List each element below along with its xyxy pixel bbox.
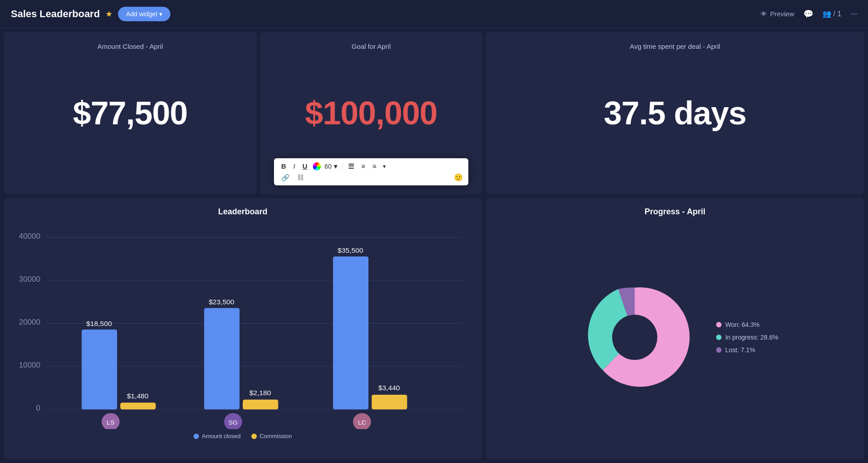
won-label: Won: 64.3% [725,321,760,328]
align-dropdown-icon: ▼ [382,164,387,169]
svg-text:Lisa Ceccato: Lisa Ceccato [341,428,382,429]
leaderboard-card: Leaderboard 0 10000 20000 30000 40000 [4,198,482,459]
svg-text:0: 0 [36,404,41,413]
pie-chart [571,274,698,401]
in-progress-dot [716,335,722,340]
leaderboard-title: Leaderboard [17,207,468,217]
svg-text:Lea Serfaty: Lea Serfaty [93,428,129,429]
svg-text:10000: 10000 [19,361,41,369]
italic-button[interactable]: I [292,162,297,170]
toolbar-row-2: 🔗 ⛓ 🙂 [279,173,463,182]
svg-text:$23,500: $23,500 [209,298,235,306]
align-button[interactable]: ≡ [371,162,378,170]
svg-point-25 [612,315,657,360]
bold-button[interactable]: B [279,162,288,170]
toolbar-row-1: B I U 60 ▼ ☰ ≡ ≡ ▼ [279,162,463,170]
eye-icon: 👁 [760,10,767,18]
goal-card: Goal for April $100,000 B I U 60 ▼ ☰ ≡ ≡… [260,32,482,194]
chart-area: 0 10000 20000 30000 40000 $18,500 $1,480 [17,220,468,429]
legend-won: Won: 64.3% [716,321,778,328]
svg-text:$35,500: $35,500 [338,246,363,254]
won-dot [716,322,722,327]
unlink-button[interactable]: ⛓ [295,173,306,182]
progress-title: Progress - April [496,207,854,217]
amount-closed-card: Amount Closed - April $77,500 [4,32,257,194]
legend-in-progress: In progress: 28.6% [716,334,778,341]
bar-chart: 0 10000 20000 30000 40000 $18,500 $1,480 [17,220,468,429]
bar-lisa-amount [333,256,368,409]
svg-text:20000: 20000 [19,318,41,326]
legend-commission-label: Commission [259,433,292,439]
avg-time-label: Avg time spent per deal - April [486,43,864,50]
star-icon[interactable]: ★ [105,9,113,19]
font-size-dropdown-icon: ▼ [332,163,339,170]
in-progress-label: In progress: 28.6% [725,334,778,341]
amount-closed-value: $77,500 [73,94,187,132]
header-left: Sales Leaderboard ★ Add widget ▾ [11,7,170,21]
preview-label: Preview [770,10,794,18]
toolbar-divider-1 [342,163,343,170]
chart-legend: Amount closed Commission [17,433,468,439]
svg-text:$1,480: $1,480 [127,392,149,400]
unordered-list-button[interactable]: ☰ [346,162,356,170]
page-title: Sales Leaderboard [11,8,100,20]
legend-amount-label: Amount closed [202,433,241,439]
bar-lea-amount [82,330,117,410]
legend-commission-dot [251,434,257,439]
underline-button[interactable]: U [301,162,309,170]
legend-amount-dot [193,434,199,439]
svg-text:SG: SG [228,419,238,426]
comment-icon[interactable]: 💬 [803,9,813,19]
people-icon: 👥 [822,10,831,18]
header: Sales Leaderboard ★ Add widget ▾ 👁 Previ… [0,0,868,28]
progress-card: Progress - April [486,198,864,459]
legend-commission: Commission [251,433,292,439]
rich-text-toolbar: B I U 60 ▼ ☰ ≡ ≡ ▼ 🔗 ⛓ 🙂 [274,158,468,185]
svg-text:$2,180: $2,180 [250,389,271,397]
pie-legend: Won: 64.3% In progress: 28.6% Lost: 7.1% [716,321,778,354]
svg-text:$3,440: $3,440 [378,384,400,392]
collab-count: / 1 [833,10,841,18]
lost-label: Lost: 7.1% [725,346,755,354]
font-size-selector[interactable]: 60 ▼ [325,163,339,170]
svg-text:30000: 30000 [19,275,41,283]
amount-closed-label: Amount Closed - April [4,43,257,50]
bar-shelly-amount [204,308,239,409]
goal-value: $100,000 [305,94,437,132]
avg-time-value: 37.5 days [604,94,746,132]
svg-text:LS: LS [107,419,114,426]
goal-label: Goal for April [260,43,482,50]
svg-text:$18,500: $18,500 [86,320,112,327]
add-widget-button[interactable]: Add widget ▾ [118,7,170,21]
bar-lisa-commission [372,395,407,410]
lost-dot [716,347,722,353]
bar-lea-commission [120,403,156,410]
font-size-value: 60 [325,163,332,170]
more-options-icon[interactable]: ··· [850,9,857,19]
pie-container: Won: 64.3% In progress: 28.6% Lost: 7.1% [571,224,778,450]
bar-shelly-commission [243,400,278,410]
legend-amount: Amount closed [193,433,241,439]
color-picker-icon[interactable] [313,162,321,170]
emoji-button[interactable]: 🙂 [454,173,463,182]
ordered-list-button[interactable]: ≡ [359,162,367,170]
link-button[interactable]: 🔗 [279,173,292,182]
svg-text:Shelly Gross: Shelly Gross [213,428,253,429]
preview-button[interactable]: 👁 Preview [760,10,794,18]
main-grid: Amount Closed - April $77,500 Goal for A… [0,28,868,463]
svg-text:40000: 40000 [19,232,41,241]
svg-text:LC: LC [358,419,366,426]
avg-time-card: Avg time spent per deal - April 37.5 day… [486,32,864,194]
legend-lost: Lost: 7.1% [716,346,778,354]
header-right: 👁 Preview 💬 👥 / 1 ··· [760,9,857,19]
collaborators[interactable]: 👥 / 1 [822,9,841,18]
